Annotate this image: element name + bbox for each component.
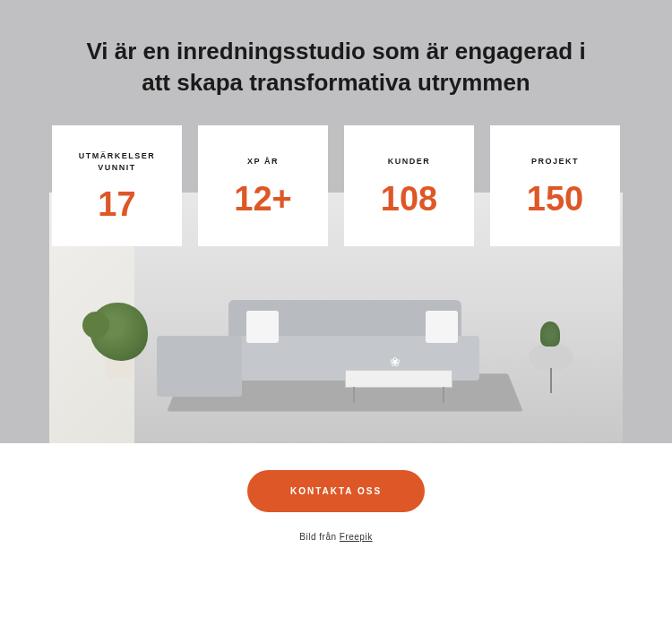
stat-card-awards: UTMÄRKELSER VUNNIT 17 — [52, 125, 182, 246]
side-table-graphic — [529, 343, 573, 372]
stats-row: UTMÄRKELSER VUNNIT 17 XP ÅR 12+ KUNDER 1… — [18, 125, 654, 246]
stat-label: XP ÅR — [247, 156, 279, 167]
attribution: Bild från Freepik — [18, 532, 654, 542]
stat-label: KUNDER — [388, 156, 431, 167]
stat-value: 150 — [527, 182, 583, 216]
contact-button[interactable]: KONTAKTA OSS — [247, 470, 425, 512]
side-plant-graphic — [540, 321, 560, 347]
stat-value: 108 — [381, 182, 437, 216]
stat-value: 17 — [98, 187, 135, 221]
stat-card-projects: PROJEKT 150 — [490, 125, 620, 246]
bottom-section: KONTAKTA OSS Bild från Freepik — [0, 443, 672, 564]
stat-card-xp: XP ÅR 12+ — [198, 125, 328, 246]
stat-label: PROJEKT — [531, 156, 579, 167]
sofa-graphic — [157, 300, 479, 381]
hero-title: Vi är en inredningsstudio som är engager… — [85, 36, 587, 98]
stat-value: 12+ — [234, 182, 291, 216]
coffee-table-graphic — [345, 370, 452, 388]
flowers-graphic — [390, 354, 408, 372]
attribution-link[interactable]: Freepik — [340, 532, 373, 542]
hero-section: Vi är en inredningsstudio som är engager… — [0, 0, 672, 443]
attribution-prefix: Bild från — [299, 532, 339, 542]
stat-label: UTMÄRKELSER VUNNIT — [61, 150, 173, 173]
stat-card-clients: KUNDER 108 — [344, 125, 474, 246]
plant-graphic — [90, 303, 148, 379]
